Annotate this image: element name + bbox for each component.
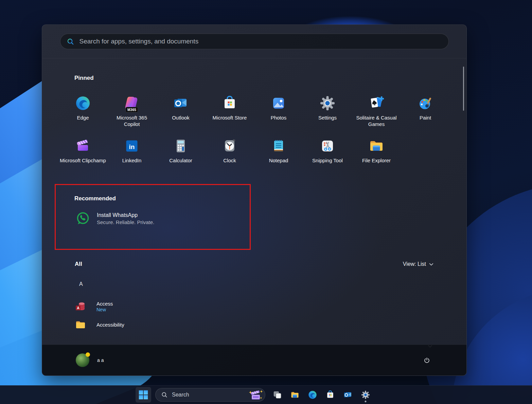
user-account-button[interactable]: a a [76,353,104,367]
microsoft-store-icon [325,390,335,400]
recommended-item-install-whatsapp[interactable]: Install WhatsApp Secure. Reliable. Priva… [74,210,250,227]
search-highlight-clapper-icon[interactable] [249,389,264,401]
pinned-app-label: LinkedIn [122,157,142,164]
start-menu-user-bar: a a [42,345,466,375]
pinned-app-label: Calculator [169,157,192,164]
folder-icon [75,319,86,330]
pinned-app-snipping-tool[interactable]: Snipping Tool [303,138,352,181]
taskbar-search-box[interactable]: Search [155,388,265,402]
settings-icon [319,95,336,111]
pinned-app-notepad[interactable]: Notepad [254,138,303,181]
power-button[interactable] [420,353,434,367]
taskbar-edge-button[interactable] [305,387,320,403]
status-badge [86,352,90,357]
view-list-label: View: List [403,261,426,267]
recommended-section-title: Recommended [74,195,250,202]
pinned-app-edge[interactable]: Edge [58,95,107,138]
pinned-app-label: File Explorer [362,157,391,164]
windows-logo-icon [138,390,148,400]
notepad-icon [270,138,287,154]
pinned-section-title: Pinned [74,75,466,81]
task-view-icon [273,390,282,400]
file-explorer-icon [290,390,300,400]
m365-copilot-icon: M365 [124,95,140,111]
taskbar-file-explorer-button[interactable] [287,387,303,403]
menu-scrollbar[interactable] [463,67,464,111]
username: a a [97,357,104,363]
pinned-app-file-explorer[interactable]: File Explorer [352,138,401,181]
view-list-dropdown[interactable]: View: List [403,261,434,267]
pinned-app-clipchamp[interactable]: Microsoft Clipchamp [58,138,107,181]
taskbar-search-label: Search [172,392,245,398]
pinned-app-label: Snipping Tool [312,157,343,164]
svg-text:A: A [77,306,79,310]
calculator-icon [173,138,189,154]
recommended-item-title: Install WhatsApp [97,212,154,218]
pinned-app-calculator[interactable]: Calculator [156,138,205,181]
pinned-app-label: Outlook [172,114,190,121]
taskbar-outlook-button[interactable] [340,387,356,403]
pinned-app-label: Microsoft Clipchamp [60,157,106,164]
photos-icon [270,95,287,111]
taskbar-microsoft-store-button[interactable] [322,387,338,403]
snipping-tool-icon [319,138,336,154]
clock-icon [221,138,238,154]
access-icon: A [75,301,86,312]
start-search-input[interactable] [79,37,442,45]
pinned-app-label: Notepad [269,157,288,164]
pinned-app-label: Microsoft 365 Copilot [108,114,155,127]
all-apps-item-access[interactable]: A Access New [75,301,466,312]
pinned-app-label: Settings [318,114,337,121]
pinned-app-paint[interactable]: Paint [401,95,450,138]
microsoft-store-icon [221,95,238,111]
edge-icon [308,390,317,400]
pinned-app-label: Paint [420,114,431,121]
pinned-app-photos[interactable]: Photos [254,95,303,138]
pinned-app-clock[interactable]: Clock [205,138,254,181]
pinned-app-settings[interactable]: Settings [303,95,352,138]
pinned-app-m365-copilot[interactable]: M365 Microsoft 365 Copilot [107,95,156,138]
chevron-down-icon [428,261,434,267]
start-search-bar[interactable] [60,34,449,49]
app-item-label: Accessibility [96,322,124,328]
svg-text:in: in [129,143,135,150]
pinned-app-microsoft-store[interactable]: Microsoft Store [205,95,254,138]
all-apps-section-title: All [75,261,82,268]
pinned-app-solitaire[interactable]: Solitaire & Casual Games [352,95,401,138]
letter-header-a[interactable]: A [79,281,466,287]
pinned-app-label: Microsoft Store [213,114,247,121]
pinned-apps-grid: Edge M365 Microsoft 365 Copilot Outlook [58,95,466,181]
start-button[interactable] [136,387,151,403]
pinned-app-label: Photos [271,114,287,121]
recommended-item-subtitle: Secure. Reliable. Private. [97,219,154,225]
power-icon [423,357,430,364]
pinned-app-linkedin[interactable]: in LinkedIn [107,138,156,181]
search-icon [161,391,168,398]
start-menu-body: Pinned Edge M365 Microsoft 365 Copilot [42,75,466,361]
m365-badge: M365 [126,107,138,112]
settings-gear-icon [361,390,370,400]
edge-icon [75,95,91,111]
taskbar: Search [0,385,532,404]
avatar [76,353,89,367]
linkedin-icon: in [124,138,140,154]
clipchamp-icon [75,138,91,154]
solitaire-icon [368,95,385,111]
outlook-icon [173,95,189,111]
pinned-app-label: Edge [77,114,89,121]
pinned-app-label: Solitaire & Casual Games [353,114,400,127]
taskbar-settings-button[interactable] [358,387,373,403]
task-view-button[interactable] [269,387,285,403]
pinned-app-outlook[interactable]: Outlook [156,95,205,138]
start-menu-panel: Pinned Edge M365 Microsoft 365 Copilot [42,24,467,376]
file-explorer-icon [368,138,385,154]
search-icon [67,38,74,45]
new-badge: New [96,307,113,312]
start-menu-header [42,25,466,58]
paint-icon [417,95,433,111]
app-item-label: Access [96,301,113,307]
recommended-highlight-box: Recommended Install WhatsApp Secure. Rel… [55,184,251,250]
running-indicator [365,401,367,402]
pinned-app-label: Clock [223,157,236,164]
all-apps-item-accessibility[interactable]: Accessibility [75,319,466,330]
